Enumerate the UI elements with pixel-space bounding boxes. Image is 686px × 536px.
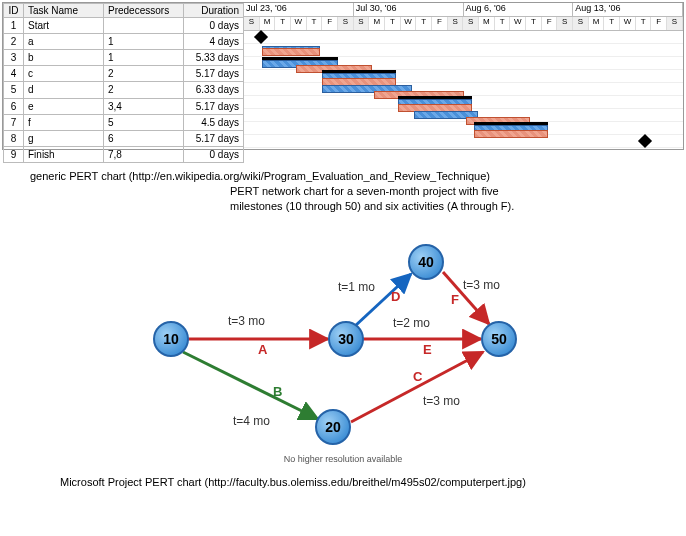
table-row: 1Start0 days xyxy=(4,18,244,34)
col-header-name: Task Name xyxy=(24,4,104,18)
edge-d-time: t=1 mo xyxy=(338,280,375,294)
table-row: 9Finish7,80 days xyxy=(4,146,244,162)
footer-caption: Microsoft Project PERT chart (http://fac… xyxy=(0,476,686,488)
gantt-day-label: W xyxy=(510,17,526,30)
pert-node-50: 50 xyxy=(481,321,517,357)
gantt-day-label: T xyxy=(604,17,620,30)
col-header-pred: Predecessors xyxy=(104,4,184,18)
gantt-day-label: T xyxy=(275,17,291,30)
gantt-day-label: S xyxy=(338,17,354,30)
gantt-task-table: ID Task Name Predecessors Duration 1Star… xyxy=(3,3,244,163)
table-row: 5d26.33 days xyxy=(4,82,244,98)
gantt-day-label: S xyxy=(244,17,260,30)
edge-c-time: t=3 mo xyxy=(423,394,460,408)
edge-e-time: t=2 mo xyxy=(393,316,430,330)
gantt-day-label: T xyxy=(307,17,323,30)
edge-b-label: B xyxy=(273,384,282,399)
gantt-day-label: F xyxy=(542,17,558,30)
gantt-week-label: Jul 23, '06 xyxy=(244,3,354,16)
edge-f-time: t=3 mo xyxy=(463,278,500,292)
milestone-start xyxy=(254,30,268,44)
table-row: 7f54.5 days xyxy=(4,114,244,130)
edge-d-label: D xyxy=(391,289,400,304)
gantt-week-label: Aug 6, '06 xyxy=(464,3,574,16)
gantt-week-label: Jul 30, '06 xyxy=(354,3,464,16)
gantt-day-label: M xyxy=(369,17,385,30)
pert-node-20: 20 xyxy=(315,409,351,445)
gantt-day-label: S xyxy=(557,17,573,30)
gantt-day-label: S xyxy=(448,17,464,30)
bar-a-red xyxy=(262,48,320,56)
gantt-day-label: W xyxy=(620,17,636,30)
gantt-week-label: Aug 13, '06 xyxy=(573,3,683,16)
col-header-dur: Duration xyxy=(184,4,244,18)
generic-pert-caption: generic PERT chart (http://en.wikipedia.… xyxy=(0,168,686,184)
table-row: 2a14 days xyxy=(4,34,244,50)
gantt-day-label: M xyxy=(260,17,276,30)
gantt-day-label: S xyxy=(667,17,683,30)
gantt-day-label: W xyxy=(401,17,417,30)
resolution-note: No higher resolution available xyxy=(0,454,686,464)
gantt-day-label: F xyxy=(432,17,448,30)
gantt-bars-area xyxy=(244,31,683,148)
gantt-chart-area: Jul 23, '06Jul 30, '06Aug 6, '06Aug 13, … xyxy=(244,3,683,149)
gantt-day-label: S xyxy=(573,17,589,30)
gantt-days-row: SMTWTFSSMTWTFSSMTWTFSSMTWTFS xyxy=(244,17,683,31)
gantt-day-label: T xyxy=(636,17,652,30)
edge-b-time: t=4 mo xyxy=(233,414,270,428)
edge-f-label: F xyxy=(451,292,459,307)
col-header-id: ID xyxy=(4,4,24,18)
milestone-finish xyxy=(638,134,652,148)
table-row: 3b15.33 days xyxy=(4,50,244,66)
gantt-day-label: F xyxy=(322,17,338,30)
table-row: 4c25.17 days xyxy=(4,66,244,82)
gantt-day-label: M xyxy=(589,17,605,30)
gantt-day-label: S xyxy=(354,17,370,30)
edge-c-label: C xyxy=(413,369,422,384)
gantt-weeks-row: Jul 23, '06Jul 30, '06Aug 6, '06Aug 13, … xyxy=(244,3,683,17)
pert-caption-line1: PERT network chart for a seven-month pro… xyxy=(0,184,686,199)
gantt-day-label: F xyxy=(651,17,667,30)
gantt-day-label: T xyxy=(416,17,432,30)
gantt-day-label: T xyxy=(526,17,542,30)
gantt-day-label: S xyxy=(463,17,479,30)
gantt-day-label: M xyxy=(479,17,495,30)
table-row: 6e3,45.17 days xyxy=(4,98,244,114)
svg-line-1 xyxy=(183,352,318,419)
edge-a-label: A xyxy=(258,342,267,357)
gantt-day-label: W xyxy=(291,17,307,30)
table-row: 8g65.17 days xyxy=(4,130,244,146)
svg-line-2 xyxy=(351,352,483,422)
pert-caption-line2: milestones (10 through 50) and six activ… xyxy=(0,199,686,214)
pert-diagram: 10 20 30 40 50 t=3 mo A t=4 mo B t=3 mo … xyxy=(133,224,553,454)
pert-node-10: 10 xyxy=(153,321,189,357)
pert-node-30: 30 xyxy=(328,321,364,357)
gantt-container: ID Task Name Predecessors Duration 1Star… xyxy=(2,2,684,150)
gantt-day-label: T xyxy=(385,17,401,30)
edge-e-label: E xyxy=(423,342,432,357)
edge-a-time: t=3 mo xyxy=(228,314,265,328)
gantt-day-label: T xyxy=(495,17,511,30)
pert-node-40: 40 xyxy=(408,244,444,280)
